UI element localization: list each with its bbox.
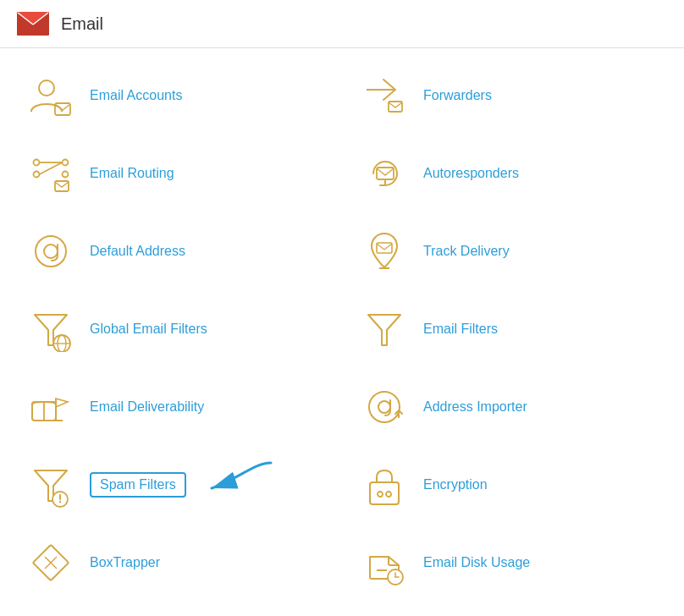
- svg-line-16: [40, 162, 63, 174]
- grid-item-email-filters[interactable]: Email Filters: [342, 290, 676, 368]
- grid-item-email-disk-usage[interactable]: Email Disk Usage: [342, 524, 676, 602]
- svg-point-19: [36, 236, 66, 267]
- global-email-filters-icon: [25, 304, 76, 355]
- grid-item-forwarders[interactable]: Forwarders: [342, 57, 676, 135]
- spam-filters-label: Spam Filters: [100, 477, 176, 492]
- email-accounts-icon: [25, 70, 76, 121]
- grid-item-boxtrapper[interactable]: BoxTrapper: [8, 524, 342, 602]
- email-filters-icon: [359, 304, 410, 355]
- grid-item-track-delivery[interactable]: Track Delivery: [342, 212, 676, 290]
- email-header-icon: [17, 12, 49, 36]
- svg-rect-17: [55, 181, 69, 191]
- address-importer-icon: [359, 382, 410, 432]
- autoresponders-label: Autoresponders: [423, 166, 519, 181]
- grid-item-email-accounts[interactable]: Email Accounts: [8, 57, 342, 135]
- default-address-icon: [25, 226, 76, 277]
- email-filters-label: Email Filters: [423, 322, 498, 337]
- svg-point-12: [34, 172, 40, 178]
- spam-filters-icon: [25, 459, 76, 510]
- page-title: Email: [61, 14, 103, 34]
- spam-filters-box: Spam Filters: [90, 472, 186, 498]
- svg-rect-10: [389, 102, 402, 112]
- grid-item-global-email-filters[interactable]: Global Email Filters: [8, 290, 342, 368]
- autoresponders-icon: [359, 148, 410, 199]
- grid-item-email-routing[interactable]: Email Routing: [8, 135, 342, 212]
- svg-point-14: [63, 172, 69, 178]
- track-delivery-label: Track Delivery: [423, 244, 510, 259]
- svg-point-42: [378, 492, 383, 497]
- email-routing-icon: [25, 148, 76, 199]
- svg-point-43: [386, 492, 391, 497]
- grid-item-encryption[interactable]: Encryption: [342, 446, 676, 524]
- grid-item-spam-filters[interactable]: Spam Filters: [8, 446, 342, 524]
- default-address-label: Default Address: [90, 244, 185, 259]
- email-accounts-label: Email Accounts: [90, 88, 182, 103]
- forwarders-label: Forwarders: [423, 88, 492, 103]
- global-email-filters-label: Global Email Filters: [90, 322, 207, 337]
- svg-point-11: [34, 160, 40, 166]
- grid-item-address-importer[interactable]: Address Importer: [342, 368, 676, 446]
- svg-point-39: [59, 501, 61, 503]
- svg-point-7: [39, 80, 54, 96]
- email-disk-usage-label: Email Disk Usage: [423, 555, 530, 570]
- svg-marker-27: [368, 315, 400, 345]
- boxtrapper-icon: [25, 537, 76, 588]
- boxtrapper-label: BoxTrapper: [90, 555, 160, 570]
- items-grid: Email Accounts Forwarders: [0, 48, 684, 610]
- svg-rect-41: [370, 482, 399, 504]
- svg-point-33: [369, 392, 400, 422]
- forwarders-icon: [359, 70, 410, 121]
- email-deliverability-icon: [25, 382, 76, 432]
- encryption-icon: [359, 459, 410, 510]
- svg-rect-21: [377, 243, 392, 253]
- svg-point-13: [63, 160, 69, 166]
- email-disk-usage-icon: [359, 537, 410, 588]
- grid-item-default-address[interactable]: Default Address: [8, 212, 342, 290]
- grid-item-email-deliverability[interactable]: Email Deliverability: [8, 368, 342, 446]
- page-header: Email: [0, 0, 684, 48]
- svg-rect-8: [55, 103, 70, 115]
- svg-point-20: [44, 245, 58, 258]
- svg-rect-18: [377, 168, 394, 179]
- spam-filters-label-wrapper: Spam Filters: [90, 472, 186, 498]
- email-routing-label: Email Routing: [90, 166, 174, 181]
- address-importer-label: Address Importer: [423, 399, 527, 415]
- svg-point-34: [378, 401, 390, 413]
- encryption-label: Encryption: [423, 477, 488, 492]
- track-delivery-icon: [359, 226, 410, 277]
- grid-item-autoresponders[interactable]: Autoresponders: [342, 135, 676, 212]
- spam-arrow: [178, 454, 279, 505]
- email-deliverability-label: Email Deliverability: [90, 399, 204, 415]
- svg-marker-31: [56, 399, 68, 407]
